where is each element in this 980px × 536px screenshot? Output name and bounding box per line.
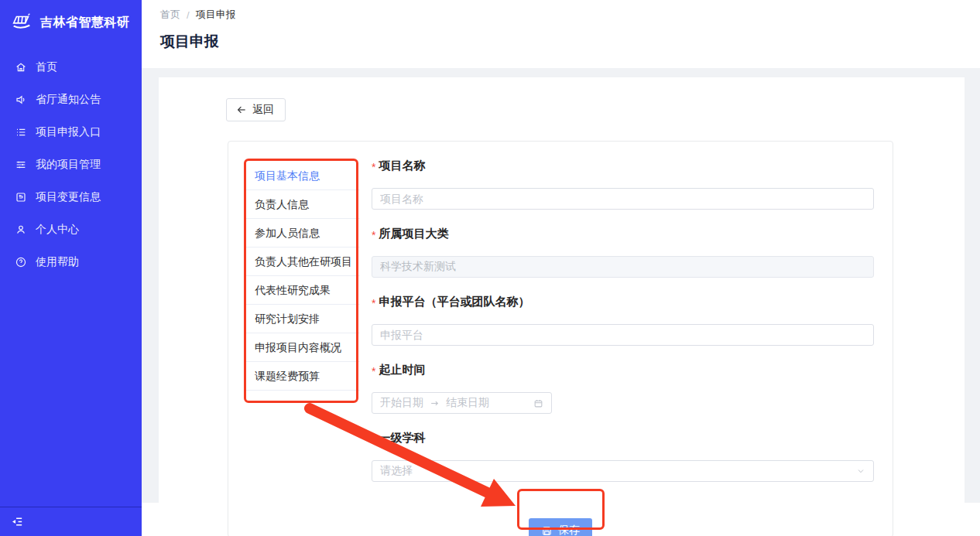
field-label: * 起止时间 <box>372 363 874 377</box>
date-range-picker[interactable]: 开始日期 结束日期 <box>372 392 552 414</box>
save-floppy-icon <box>541 525 553 536</box>
breadcrumb-separator: / <box>187 9 190 21</box>
required-mark: * <box>372 296 375 310</box>
form-footer: 保存 <box>228 518 893 536</box>
field-label: * 项目名称 <box>372 159 874 172</box>
tab-participants[interactable]: 参加人员信息 <box>244 219 360 248</box>
field-discipline: * 一级学科 请选择 <box>372 431 874 482</box>
field-project-name: * 项目名称 <box>372 159 874 210</box>
required-mark: * <box>372 160 375 174</box>
sidebar-item-notices[interactable]: 省厅通知公告 <box>0 84 142 116</box>
project-name-input[interactable] <box>372 188 874 210</box>
sidebar-item-label: 项目变更信息 <box>36 190 101 204</box>
sidebar-item-label: 项目申报入口 <box>36 125 101 139</box>
user-icon <box>15 224 27 236</box>
form-section-tabs: 项目基本信息 负责人信息 参加人员信息 负责人其他在研项目 代表性研究成果 研究… <box>244 162 360 499</box>
tab-budget[interactable]: 课题经费预算 <box>244 362 360 391</box>
breadcrumb-home[interactable]: 首页 <box>160 8 180 22</box>
tab-basic-info[interactable]: 项目基本信息 <box>244 162 360 190</box>
home-icon <box>15 61 27 73</box>
project-category-input <box>372 256 874 278</box>
app-title: 吉林省智慧科研 <box>40 15 130 31</box>
sidebar-item-help[interactable]: 使用帮助 <box>0 246 142 278</box>
select-placeholder: 请选择 <box>380 464 413 478</box>
field-label: * 申报平台（平台或团队名称） <box>372 295 874 309</box>
collapse-menu-icon[interactable] <box>11 515 24 528</box>
sidebar-item-label: 我的项目管理 <box>36 158 101 172</box>
sidebar-item-label: 个人中心 <box>36 223 79 237</box>
tab-research-plan[interactable]: 研究计划安排 <box>244 305 360 333</box>
form-panel: 返回 项目基本信息 负责人信息 参加人员信息 负责人其他在研项目 代表性研究成果… <box>159 77 965 536</box>
app-logo-icon <box>10 11 33 34</box>
main-content: 首页 / 项目申报 项目申报 返回 项目基本信息 负责人信息 参加人员信息 <box>142 0 980 536</box>
sidebar-item-home[interactable]: 首页 <box>0 51 142 84</box>
discipline-select[interactable]: 请选择 <box>372 460 874 482</box>
platform-input[interactable] <box>372 324 874 346</box>
sidebar-footer <box>0 507 142 536</box>
field-label: * 一级学科 <box>372 431 874 445</box>
app-logo: 吉林省智慧科研 <box>0 0 142 42</box>
start-date-placeholder: 开始日期 <box>380 396 423 410</box>
field-project-category: * 所属项目大类 <box>372 227 874 278</box>
breadcrumb: 首页 / 项目申报 <box>160 8 961 22</box>
chevron-down-icon <box>856 466 865 476</box>
sidebar-item-my-projects[interactable]: 我的项目管理 <box>0 149 142 181</box>
form-card: 项目基本信息 负责人信息 参加人员信息 负责人其他在研项目 代表性研究成果 研究… <box>228 141 893 536</box>
field-platform: * 申报平台（平台或团队名称） <box>372 295 874 346</box>
change-box-icon <box>15 191 27 203</box>
back-button[interactable]: 返回 <box>226 98 286 121</box>
arrow-right-icon <box>430 398 440 408</box>
form-fields: * 项目名称 * 所属项目大类 * <box>360 142 893 499</box>
sidebar-item-label: 首页 <box>36 60 57 74</box>
sidebar-item-profile[interactable]: 个人中心 <box>0 213 142 246</box>
sidebar-item-label: 省厅通知公告 <box>36 93 101 107</box>
required-mark: * <box>372 364 375 378</box>
tab-other-projects[interactable]: 负责人其他在研项目 <box>244 248 360 276</box>
sidebar: 吉林省智慧科研 首页 省厅通知公告 <box>0 0 142 536</box>
list-icon <box>15 126 27 138</box>
breadcrumb-current: 项目申报 <box>196 8 236 22</box>
field-label: * 所属项目大类 <box>372 227 874 241</box>
megaphone-icon <box>15 94 27 106</box>
arrow-left-icon <box>236 104 247 115</box>
help-circle-icon <box>15 256 27 268</box>
page-title: 项目申报 <box>160 32 961 52</box>
sidebar-item-project-changes[interactable]: 项目变更信息 <box>0 181 142 213</box>
field-date-range: * 起止时间 开始日期 结束日期 <box>372 363 874 414</box>
tab-leader-info[interactable]: 负责人信息 <box>244 190 360 219</box>
required-mark: * <box>372 228 375 242</box>
save-button[interactable]: 保存 <box>529 518 592 536</box>
sidebar-item-apply-entry[interactable]: 项目申报入口 <box>0 116 142 149</box>
calendar-icon <box>533 398 543 408</box>
tasks-icon <box>15 159 27 171</box>
page-header: 首页 / 项目申报 项目申报 <box>142 0 980 68</box>
end-date-placeholder: 结束日期 <box>446 396 489 410</box>
tab-achievements[interactable]: 代表性研究成果 <box>244 276 360 305</box>
sidebar-menu: 首页 省厅通知公告 项目申报入口 <box>0 51 142 278</box>
required-mark: * <box>372 432 375 446</box>
tab-project-overview[interactable]: 申报项目内容概况 <box>244 333 360 362</box>
sidebar-item-label: 使用帮助 <box>36 255 79 269</box>
